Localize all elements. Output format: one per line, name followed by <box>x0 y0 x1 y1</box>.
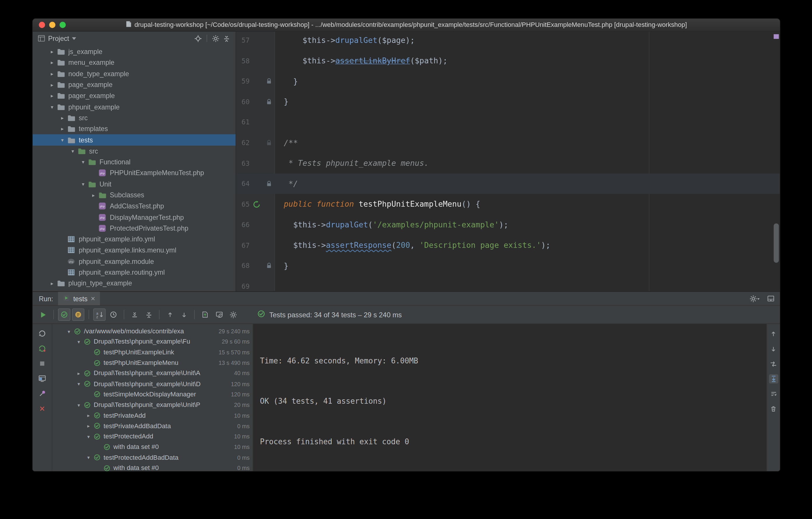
chevron-collapsed-icon[interactable]: ▸ <box>84 423 92 429</box>
next-failed-button[interactable] <box>178 308 190 321</box>
chevron-collapsed-icon[interactable]: ▸ <box>75 371 83 376</box>
title-bar[interactable]: drupal-testing-workshop [~/Code/os/drupa… <box>33 19 780 31</box>
project-tree-item[interactable]: ▾src <box>33 145 236 157</box>
test-tree-item[interactable]: ▸testPrivateAdd10 ms <box>52 410 253 420</box>
chevron-expanded-icon[interactable]: ▾ <box>48 104 56 110</box>
gear-icon[interactable] <box>212 34 220 42</box>
collapse-all-button[interactable] <box>142 308 155 321</box>
chevron-expanded-icon[interactable]: ▾ <box>75 339 83 345</box>
test-tree-item[interactable]: ▾testProtectedAddBadData0 ms <box>52 452 253 463</box>
chevron-collapsed-icon[interactable]: ▸ <box>48 93 56 99</box>
rerun-icon[interactable] <box>37 328 48 338</box>
test-history-button[interactable] <box>213 308 226 321</box>
chevron-expanded-icon[interactable]: ▾ <box>79 181 87 187</box>
project-tree-item[interactable]: ▸Subclasses <box>33 190 236 201</box>
test-tree-item[interactable]: testSimpleMockDisplayManager120 ms <box>52 389 253 400</box>
chevron-collapsed-icon[interactable]: ▸ <box>48 82 56 88</box>
chevron-expanded-icon[interactable]: ▾ <box>69 148 77 154</box>
soft-wrap-icon[interactable] <box>769 389 778 399</box>
project-tree-item[interactable]: phpunit_example.links.menu.yml <box>33 245 236 256</box>
chevron-down-icon[interactable] <box>72 37 77 40</box>
test-tree-item[interactable]: testPhpUnitExampleLink15 s 570 ms <box>52 347 253 358</box>
chevron-expanded-icon[interactable]: ▾ <box>65 328 73 334</box>
test-tree-item[interactable]: testPhpUnitExampleMenu13 s 490 ms <box>52 358 253 368</box>
minimize-window-button[interactable] <box>49 22 55 28</box>
chevron-expanded-icon[interactable]: ▾ <box>84 434 92 439</box>
close-icon[interactable] <box>37 403 48 414</box>
test-tree-item[interactable]: ▸Drupal\Tests\phpunit_example\Unit\A40 m… <box>52 368 253 379</box>
project-tree-item[interactable]: ▾Unit <box>33 179 236 190</box>
editor[interactable]: 57 $this->drupalGet($page);58 $this->ass… <box>236 31 780 291</box>
test-tree-item[interactable]: ▾/var/www/web/modules/contrib/exa29 s 24… <box>52 326 253 336</box>
sort-by-duration-button[interactable] <box>107 308 120 321</box>
chevron-expanded-icon[interactable]: ▾ <box>75 402 83 408</box>
run-tab-tests[interactable]: tests ✕ <box>58 292 100 305</box>
restore-layout-icon[interactable] <box>37 373 48 384</box>
project-tree-item[interactable]: ▸node_type_example <box>33 68 236 79</box>
chevron-collapsed-icon[interactable]: ▸ <box>84 412 92 418</box>
test-tree-item[interactable]: ▸testPrivateAddBadData0 ms <box>52 420 253 431</box>
test-tree-item[interactable]: ▾Drupal\Tests\phpunit_example\Unit\D120 … <box>52 379 253 389</box>
chevron-collapsed-icon[interactable]: ▸ <box>59 126 66 132</box>
expand-all-button[interactable] <box>128 308 141 321</box>
chevron-collapsed-icon[interactable]: ▸ <box>48 71 56 77</box>
project-tree-item[interactable]: ▸pager_example <box>33 90 236 101</box>
editor-scrollbar[interactable] <box>774 223 779 263</box>
project-tree-item[interactable]: phpunit_example.routing.yml <box>33 267 236 278</box>
project-tree-item[interactable]: phpphpunit_example.module <box>33 256 236 267</box>
project-tree-item[interactable]: ▸menu_example <box>33 57 236 68</box>
test-tree-item[interactable]: ▾testProtectedAdd10 ms <box>52 431 253 442</box>
chevron-expanded-icon[interactable]: ▾ <box>79 159 87 165</box>
pin-tab-icon[interactable] <box>37 388 48 399</box>
code-area[interactable]: 57 $this->drupalGet($page);58 $this->ass… <box>236 31 780 291</box>
scroll-down-icon[interactable] <box>769 344 778 354</box>
project-tree-item[interactable]: ▾tests <box>33 135 236 146</box>
previous-failed-button[interactable] <box>164 308 176 321</box>
project-tree-item[interactable]: phpDisplayManagerTest.php <box>33 212 236 223</box>
locate-file-icon[interactable] <box>194 34 202 42</box>
show-passed-button[interactable] <box>58 308 70 321</box>
run-test-gutter-icon[interactable] <box>250 200 264 208</box>
project-tree-item[interactable]: ▸js_example <box>33 46 236 57</box>
chevron-expanded-icon[interactable]: ▾ <box>59 137 66 143</box>
chevron-collapsed-icon[interactable]: ▸ <box>48 280 56 286</box>
rerun-failed-icon[interactable] <box>37 343 48 354</box>
project-tree-item[interactable]: ▸page_example <box>33 79 236 90</box>
run-settings-button[interactable] <box>227 308 239 321</box>
test-tree-item[interactable]: with data set #00 ms <box>52 463 253 471</box>
clear-all-icon[interactable] <box>769 404 778 414</box>
hide-panel-icon[interactable] <box>767 295 775 302</box>
chevron-expanded-icon[interactable]: ▾ <box>75 381 83 387</box>
zoom-window-button[interactable] <box>59 22 66 28</box>
test-tree-item[interactable]: ▾Drupal\Tests\phpunit_example\Unit\P20 m… <box>52 400 253 410</box>
navigate-stacktrace-icon[interactable] <box>769 359 778 368</box>
project-tree-item[interactable]: phpPHPUnitExampleMenuTest.php <box>33 168 236 179</box>
project-tree-item[interactable]: phpProtectedPrivatesTest.php <box>33 223 236 234</box>
tab-close-icon[interactable]: ✕ <box>91 296 95 302</box>
collapse-all-icon[interactable] <box>223 34 230 42</box>
project-tree-item[interactable]: ▸plugin_type_example <box>33 278 236 289</box>
sort-alphabetically-button[interactable]: az <box>93 308 106 321</box>
chevron-expanded-icon[interactable]: ▾ <box>84 455 92 460</box>
project-tree-item[interactable]: ▸src <box>33 112 236 124</box>
test-tree-item[interactable]: with data set #010 ms <box>52 442 253 452</box>
test-tree-item[interactable]: ▾Drupal\Tests\phpunit_example\Fu29 s 60 … <box>52 336 253 347</box>
run-settings-gear-icon[interactable] <box>749 295 760 302</box>
project-tree-item[interactable]: ▸templates <box>33 124 236 135</box>
close-window-button[interactable] <box>39 22 45 28</box>
scroll-up-icon[interactable] <box>769 329 778 338</box>
chevron-collapsed-icon[interactable]: ▸ <box>48 49 56 55</box>
project-tree-item[interactable]: ▾phpunit_example <box>33 101 236 112</box>
project-tree-item[interactable]: phpAddClassTest.php <box>33 200 236 212</box>
chevron-collapsed-icon[interactable]: ▸ <box>90 192 97 198</box>
project-tree-item[interactable]: phpunit_example.info.yml <box>33 234 236 245</box>
scroll-to-end-icon[interactable] <box>769 374 778 384</box>
chevron-collapsed-icon[interactable]: ▸ <box>48 60 56 66</box>
project-tree-item[interactable]: ▾Functional <box>33 157 236 168</box>
console-output[interactable]: Time: 46.62 seconds, Memory: 6.00MB OK (… <box>253 324 766 471</box>
import-test-results-button[interactable] <box>199 308 211 321</box>
show-ignored-button[interactable] <box>72 308 85 321</box>
stop-icon[interactable] <box>37 358 48 369</box>
chevron-collapsed-icon[interactable]: ▸ <box>59 115 66 121</box>
run-button[interactable] <box>37 308 49 321</box>
